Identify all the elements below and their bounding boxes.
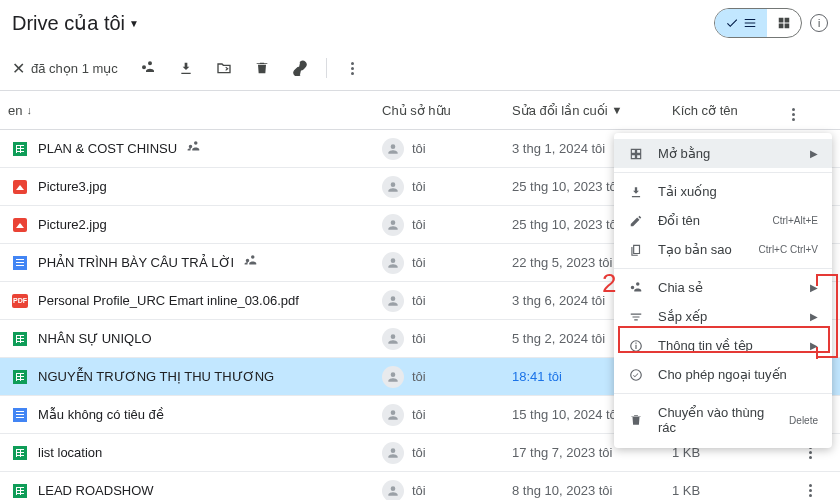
annotation-box-more	[818, 274, 838, 358]
table-header: en ↓ Chủ sở hữu Sửa đổi lần cuối ▼ Kích …	[0, 91, 840, 130]
list-view-button[interactable]	[715, 9, 767, 37]
avatar	[382, 442, 404, 464]
file-owner: tôi	[382, 290, 512, 312]
file-owner: tôi	[382, 138, 512, 160]
file-name: PHẢN TRÌNH BÀY CÂU TRẢ LỜI	[38, 255, 234, 270]
copy-icon	[628, 243, 644, 257]
file-owner: tôi	[382, 442, 512, 464]
info-icon[interactable]: i	[810, 14, 828, 32]
pdf-icon: PDF	[12, 293, 28, 309]
file-owner: tôi	[382, 252, 512, 274]
avatar	[382, 480, 404, 501]
file-name: PLAN & COST CHINSU	[38, 141, 177, 156]
file-name: Personal Profile_URC Emart inline_03.06.…	[38, 293, 299, 308]
file-name: LEAD ROADSHOW	[38, 483, 154, 498]
sheets-icon	[12, 141, 28, 157]
menu-rename[interactable]: Đổi tên Ctrl+Alt+E	[614, 206, 832, 235]
menu-download[interactable]: Tải xuống	[614, 177, 832, 206]
offline-icon	[628, 368, 644, 382]
img-icon	[12, 217, 28, 233]
docs-icon	[12, 407, 28, 423]
file-owner: tôi	[382, 366, 512, 388]
avatar	[382, 290, 404, 312]
file-owner: tôi	[382, 328, 512, 350]
file-name: list location	[38, 445, 102, 460]
selection-toolbar: ✕ đã chọn 1 mục	[0, 46, 840, 91]
file-size: 1 KB	[672, 483, 792, 498]
sort-arrow-icon: ↓	[26, 104, 32, 116]
column-name[interactable]: en ↓	[0, 103, 382, 118]
menu-trash[interactable]: Chuyển vào thùng rác Delete	[614, 398, 832, 442]
menu-open-with[interactable]: Mở bằng ▶	[614, 139, 832, 168]
chevron-down-icon: ▼	[612, 104, 623, 116]
page-title[interactable]: Drive của tôi ▼	[12, 11, 139, 35]
avatar	[382, 214, 404, 236]
file-owner: tôi	[382, 404, 512, 426]
file-owner: tôi	[382, 176, 512, 198]
context-menu: Mở bằng ▶ Tải xuống Đổi tên Ctrl+Alt+E T…	[614, 133, 832, 448]
column-more[interactable]	[792, 99, 828, 121]
file-owner: tôi	[382, 480, 512, 501]
shared-icon	[244, 254, 258, 271]
sheets-icon	[12, 331, 28, 347]
chevron-right-icon: ▶	[810, 148, 818, 159]
docs-icon	[12, 255, 28, 271]
img-icon	[12, 179, 28, 195]
file-name: NHÂN SỰ UNIQLO	[38, 331, 152, 346]
selection-count: đã chọn 1 mục	[31, 61, 118, 76]
delete-button[interactable]	[246, 52, 278, 84]
share-button[interactable]	[132, 52, 164, 84]
avatar	[382, 252, 404, 274]
avatar	[382, 366, 404, 388]
sheets-icon	[12, 445, 28, 461]
file-name: Picture3.jpg	[38, 179, 107, 194]
grid-view-button[interactable]	[767, 9, 801, 37]
column-modified[interactable]: Sửa đổi lần cuối ▼	[512, 103, 672, 118]
file-name: Picture2.jpg	[38, 217, 107, 232]
download-button[interactable]	[170, 52, 202, 84]
close-icon[interactable]: ✕	[12, 59, 25, 78]
menu-share[interactable]: Chia sẻ ▶	[614, 273, 832, 302]
file-more-button[interactable]	[792, 484, 828, 497]
file-row[interactable]: LEAD ROADSHOWtôi8 thg 10, 2023 tôi1 KB	[0, 472, 840, 500]
file-owner: tôi	[382, 214, 512, 236]
menu-offline[interactable]: Cho phép ngoại tuyến	[614, 360, 832, 389]
annotation-box-trash	[618, 326, 830, 353]
open-with-icon	[628, 147, 644, 161]
avatar	[382, 328, 404, 350]
chevron-down-icon: ▼	[129, 18, 139, 29]
trash-icon	[628, 413, 644, 427]
column-owner[interactable]: Chủ sở hữu	[382, 103, 512, 118]
chevron-right-icon: ▶	[810, 311, 818, 322]
more-actions-button[interactable]	[337, 52, 369, 84]
file-name: NGUYỄN TRƯƠNG THỊ THU THƯƠNG	[38, 369, 274, 384]
title-text: Drive của tôi	[12, 11, 125, 35]
sort-icon	[628, 310, 644, 324]
share-icon	[628, 281, 644, 295]
file-name: Mẫu không có tiêu đề	[38, 407, 164, 422]
menu-make-copy[interactable]: Tạo bản sao Ctrl+C Ctrl+V	[614, 235, 832, 264]
shared-icon	[187, 140, 201, 157]
column-size[interactable]: Kích cỡ tên	[672, 103, 792, 118]
avatar	[382, 404, 404, 426]
avatar	[382, 138, 404, 160]
move-button[interactable]	[208, 52, 240, 84]
download-icon	[628, 185, 644, 199]
file-modified: 8 thg 10, 2023 tôi	[512, 483, 672, 498]
link-button[interactable]	[284, 52, 316, 84]
sheets-icon	[12, 369, 28, 385]
annotation-number: 2	[602, 268, 616, 299]
rename-icon	[628, 214, 644, 228]
view-toggle[interactable]	[714, 8, 802, 38]
sheets-icon	[12, 483, 28, 499]
avatar	[382, 176, 404, 198]
